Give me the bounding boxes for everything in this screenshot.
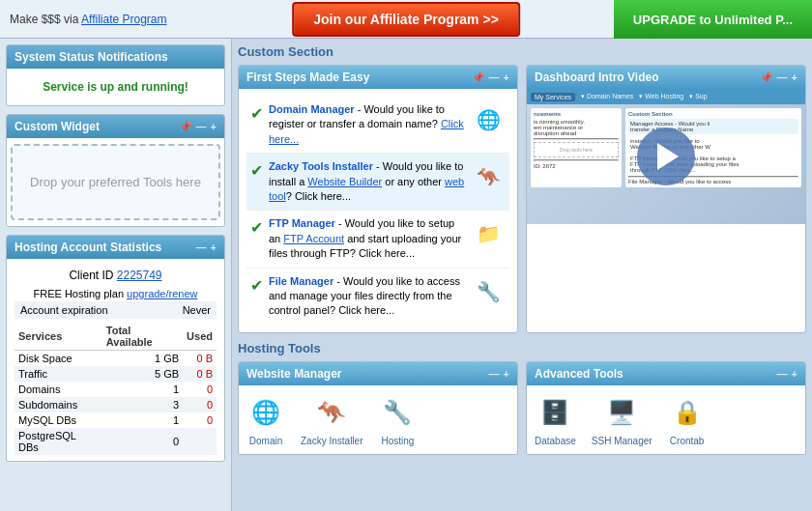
- first-steps-body: ✔ Domain Manager - Would you like to reg…: [239, 89, 517, 332]
- minus-icon3[interactable]: —: [489, 71, 500, 84]
- stat-service: Traffic: [14, 366, 102, 382]
- website-manager-body: 🌐 Domain 🦘 Zacky Installer 🔧 Hosting: [239, 385, 517, 454]
- file-icon: 🔧: [471, 274, 506, 309]
- hosting-tool-icon: 🔧: [378, 393, 417, 432]
- website-builder-link[interactable]: Website Builder: [307, 176, 382, 187]
- zacky-installer-link[interactable]: Zacky Tools Installer: [269, 160, 373, 172]
- drop-area[interactable]: Drop your preferred Tools here: [11, 144, 220, 220]
- system-status-widget: System Status Notifications Service is u…: [6, 44, 225, 106]
- at-header-icons: — +: [777, 368, 798, 380]
- domain-manager-link[interactable]: Domain Manager: [269, 103, 355, 115]
- custom-widget-title: Custom Widget: [14, 120, 100, 133]
- tool-database[interactable]: 🗄️ Database: [535, 393, 576, 446]
- hosting-tools-section: Hosting Tools Website Manager — + 🌐: [238, 341, 806, 455]
- make-money-text: Make $$$ via: [10, 13, 81, 26]
- domain-tool-label: Domain: [249, 436, 282, 446]
- col-used: Used: [183, 323, 217, 351]
- plus-icon6[interactable]: +: [792, 368, 798, 380]
- custom-widget-icons: 📌 — +: [179, 121, 217, 133]
- plus-icon[interactable]: +: [211, 121, 217, 133]
- video-thumbnail[interactable]: My Services ▾ Domain Names ▾ Web Hosting…: [527, 89, 805, 224]
- minus-icon[interactable]: —: [196, 121, 207, 133]
- play-button[interactable]: [637, 128, 695, 185]
- first-steps-header: First Steps Made Easy 📌 — +: [239, 66, 517, 89]
- tool-hosting[interactable]: 🔧 Hosting: [378, 393, 417, 446]
- ftp-icon: 📁: [471, 216, 506, 251]
- stat-available: 0: [102, 428, 183, 455]
- first-steps-panel: First Steps Made Easy 📌 — + ✔ Domain: [238, 65, 518, 333]
- stat-used: [183, 428, 217, 455]
- hosting-stats-title: Hosting Account Statistics: [14, 241, 161, 254]
- stat-available: 1: [102, 412, 183, 428]
- main-layout: System Status Notifications Service is u…: [0, 39, 812, 511]
- account-expiration-row: Account expiration Never: [14, 301, 217, 319]
- account-exp-value: Never: [183, 304, 211, 316]
- hosting-tool-label: Hosting: [382, 436, 415, 446]
- plus-icon2[interactable]: +: [211, 241, 217, 253]
- step-ftp: ✔ FTP Manager - Would you like to setup …: [246, 211, 509, 268]
- ssh-tool-label: SSH Manager: [592, 436, 652, 446]
- custom-widget-header: Custom Widget 📌 — +: [7, 115, 224, 138]
- account-exp-label: Account expiration: [20, 304, 108, 316]
- system-status-body: Service is up and running!: [7, 69, 224, 105]
- minus-icon5[interactable]: —: [489, 368, 500, 380]
- advanced-tools-body: 🗄️ Database 🖥️ SSH Manager 🔒 Crontab: [527, 385, 805, 454]
- affiliate-button[interactable]: Join our Affiliate Program >>: [292, 2, 520, 37]
- step-domain-text: Domain Manager - Would you like to regis…: [269, 102, 465, 147]
- first-steps-title: First Steps Made Easy: [246, 71, 369, 84]
- tool-crontab[interactable]: 🔒 Crontab: [668, 393, 707, 446]
- check-icon-ftp: ✔: [250, 218, 263, 237]
- zacky-icon: 🦘: [471, 159, 506, 194]
- step-file-text: File Manager - Would you like to access …: [269, 274, 465, 319]
- crontab-tool-label: Crontab: [670, 436, 705, 446]
- custom-widget: Custom Widget 📌 — + Drop your preferred …: [6, 114, 225, 227]
- client-id-row: Client ID 2225749: [14, 265, 217, 286]
- hosting-stats-header: Hosting Account Statistics — +: [7, 236, 224, 259]
- check-icon-file: ✔: [250, 276, 263, 295]
- stats-row: Disk Space1 GB0 B: [14, 351, 217, 367]
- file-manager-link[interactable]: File Manager: [269, 275, 334, 287]
- stats-row: Subdomains30: [14, 397, 217, 412]
- hosting-tools-label: Hosting Tools: [238, 341, 806, 355]
- stat-service: Domains: [14, 382, 102, 397]
- stat-service: Subdomains: [14, 397, 102, 412]
- client-id-value[interactable]: 2225749: [117, 269, 162, 282]
- pin-icon2[interactable]: 📌: [472, 71, 485, 84]
- tool-zacky-installer[interactable]: 🦘 Zacky Installer: [301, 393, 362, 446]
- tool-ssh-manager[interactable]: 🖥️ SSH Manager: [592, 393, 652, 446]
- tools-grid: Website Manager — + 🌐 Domain 🦘: [238, 361, 806, 455]
- tool-domain[interactable]: 🌐 Domain: [246, 393, 285, 446]
- check-icon-domain: ✔: [250, 104, 263, 123]
- hosting-plan-link[interactable]: upgrade/renew: [127, 288, 197, 299]
- stat-used: 0 B: [183, 351, 217, 367]
- ftp-account-link[interactable]: FTP Account: [283, 233, 344, 244]
- wm-header-icons: — +: [489, 368, 509, 380]
- hosting-stats-icons: — +: [196, 241, 217, 253]
- stat-available: 1: [102, 382, 183, 397]
- minus-icon6[interactable]: —: [777, 368, 788, 380]
- status-message: Service is up and running!: [14, 74, 217, 99]
- hosting-plan-text: FREE Hosting plan: [34, 288, 128, 299]
- stat-available: 3: [102, 397, 183, 412]
- minus-icon2[interactable]: —: [196, 241, 207, 253]
- hosting-stats-body: Client ID 2225749 FREE Hosting plan upgr…: [7, 259, 224, 461]
- plus-icon3[interactable]: +: [504, 71, 509, 84]
- ftp-manager-link[interactable]: FTP Manager: [269, 217, 335, 229]
- pin-icon3[interactable]: 📌: [760, 71, 773, 84]
- upgrade-button[interactable]: UPGRADE to Unlimited P...: [614, 0, 812, 39]
- plus-icon4[interactable]: +: [792, 71, 798, 84]
- stat-service: MySQL DBs: [14, 412, 102, 428]
- stats-row: MySQL DBs10: [14, 412, 217, 428]
- minus-icon4[interactable]: —: [777, 71, 788, 84]
- affiliate-text: Make $$$ via Affiliate Program: [0, 13, 177, 26]
- plus-icon5[interactable]: +: [504, 368, 509, 380]
- zacky-tool-icon: 🦘: [312, 393, 351, 432]
- dashboard-video-title: Dashboard Intro Video: [535, 71, 658, 84]
- affiliate-link[interactable]: Affiliate Program: [81, 13, 166, 26]
- sidebar: System Status Notifications Service is u…: [0, 39, 232, 511]
- website-manager-header: Website Manager — +: [239, 362, 517, 385]
- hosting-plan-row: FREE Hosting plan upgrade/renew: [14, 286, 217, 301]
- pin-icon[interactable]: 📌: [179, 121, 192, 133]
- ssh-tool-icon: 🖥️: [602, 393, 641, 432]
- first-steps-icons: 📌 — +: [472, 71, 509, 84]
